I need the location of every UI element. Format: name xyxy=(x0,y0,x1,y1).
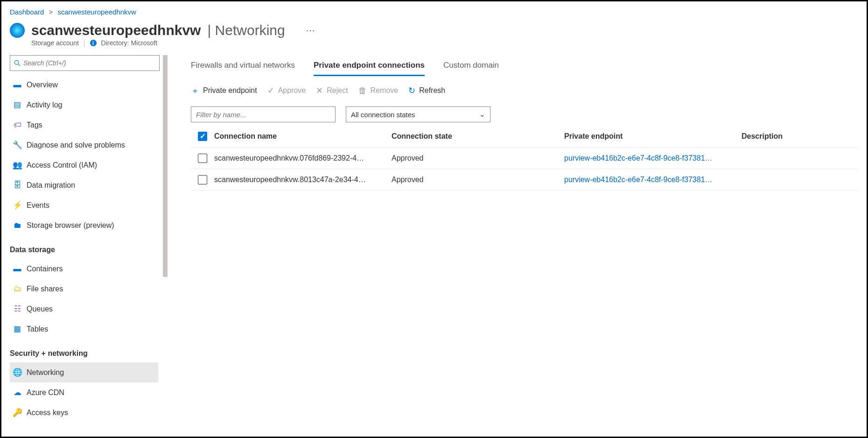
sidebar-item-label: Access Control (IAM) xyxy=(27,161,97,170)
toolbar: ＋Private endpoint ✓Approve ✕Reject 🗑Remo… xyxy=(191,85,858,96)
activity-log-icon: ▤ xyxy=(13,100,22,110)
sidebar-item-label: Access keys xyxy=(27,409,68,417)
directory-label: Directory: Microsoft xyxy=(101,39,158,47)
select-all-checkbox[interactable]: ✓ xyxy=(198,132,207,141)
tab-private-endpoint[interactable]: Private endpoint connections xyxy=(314,57,425,76)
sidebar-item-label: Events xyxy=(27,201,49,210)
blade-title: | Networking xyxy=(207,22,285,38)
row-checkbox[interactable] xyxy=(198,154,207,163)
sidebar-item-diagnose[interactable]: 🔧Diagnose and solve problems xyxy=(10,135,158,155)
sidebar-item-label: Containers xyxy=(27,265,63,273)
tags-icon: 🏷 xyxy=(13,120,22,130)
cell-private-endpoint-link[interactable]: purview-eb416b2c-e6e7-4c8f-9ce8-f37381… xyxy=(564,176,713,184)
svg-line-1 xyxy=(18,64,20,66)
table-row[interactable]: scanwesteuropeedhnkvw.8013c47a-2e34-4… A… xyxy=(191,169,858,191)
cell-connection-state: Approved xyxy=(392,154,564,162)
refresh-button[interactable]: ↻Refresh xyxy=(408,85,445,96)
sidebar-item-label: Tags xyxy=(27,121,42,129)
col-header-private-endpoint[interactable]: Private endpoint xyxy=(564,132,742,141)
chevron-down-icon: ⌄ xyxy=(479,110,485,119)
x-icon: ✕ xyxy=(316,85,323,96)
sidebar-item-queues[interactable]: ☷Queues xyxy=(10,299,158,319)
sidebar-section-data-storage: Data storage xyxy=(10,235,158,259)
file-shares-icon: 🗂 xyxy=(13,284,22,294)
filter-name-input[interactable] xyxy=(196,111,330,119)
sidebar-item-label: Queues xyxy=(27,305,53,313)
filter-connection-state[interactable]: All connection states⌄ xyxy=(346,106,490,122)
filter-select-label: All connection states xyxy=(351,111,415,119)
tabs: Firewalls and virtual networks Private e… xyxy=(191,57,858,77)
sidebar-item-networking[interactable]: 🌐Networking xyxy=(10,362,158,382)
overview-icon: ▬ xyxy=(13,80,22,90)
connections-table: ✓ Connection name Connection state Priva… xyxy=(191,125,858,191)
resource-subline: Storage account | i Directory: Microsoft xyxy=(10,39,858,47)
key-icon: 🔑 xyxy=(13,408,22,417)
trash-icon: 🗑 xyxy=(358,86,367,96)
sidebar: « ▬Overview ▤Activity log 🏷Tags 🔧Diagnos… xyxy=(10,55,168,437)
table-row[interactable]: scanwesteuropeedhnkvw.076fd869-2392-4… A… xyxy=(191,148,858,169)
sidebar-item-iam[interactable]: 👥Access Control (IAM) xyxy=(10,155,158,175)
button-label: Approve xyxy=(278,86,306,95)
filters-row: All connection states⌄ xyxy=(191,106,858,122)
breadcrumb-current[interactable]: scanwesteuropeedhnkvw xyxy=(58,8,136,16)
breadcrumb-root[interactable]: Dashboard xyxy=(10,8,44,16)
sidebar-item-label: Activity log xyxy=(27,101,62,109)
sidebar-scrollbar[interactable] xyxy=(163,55,168,437)
cdn-icon: ☁ xyxy=(13,388,22,397)
sidebar-item-label: Overview xyxy=(27,81,58,89)
networking-icon: 🌐 xyxy=(13,367,22,377)
col-header-description[interactable]: Description xyxy=(742,132,858,141)
sidebar-item-label: Azure CDN xyxy=(27,389,64,397)
sidebar-section-security: Security + networking xyxy=(10,339,158,362)
button-label: Remove xyxy=(371,86,399,95)
browser-icon: 🖿 xyxy=(13,221,22,230)
search-icon xyxy=(14,60,21,66)
svg-point-0 xyxy=(14,60,19,64)
plus-icon: ＋ xyxy=(191,85,199,96)
containers-icon: ▬ xyxy=(13,264,22,274)
remove-button: 🗑Remove xyxy=(358,86,399,96)
filter-by-name[interactable] xyxy=(191,106,336,122)
more-actions-icon[interactable]: ⋯ xyxy=(306,25,316,36)
diagnose-icon: 🔧 xyxy=(13,140,22,150)
sidebar-nav: ▬Overview ▤Activity log 🏷Tags 🔧Diagnose … xyxy=(10,75,168,437)
cell-private-endpoint-link[interactable]: purview-eb416b2c-e6e7-4c8f-9ce8-f37381… xyxy=(564,154,713,162)
sidebar-item-label: Data migration xyxy=(27,181,75,190)
add-private-endpoint-button[interactable]: ＋Private endpoint xyxy=(191,85,257,96)
breadcrumb: Dashboard > scanwesteuropeedhnkvw xyxy=(10,6,858,20)
refresh-icon: ↻ xyxy=(408,85,415,96)
info-icon[interactable]: i xyxy=(90,40,97,46)
col-header-state[interactable]: Connection state xyxy=(392,132,564,141)
sidebar-item-tags[interactable]: 🏷Tags xyxy=(10,115,158,135)
tab-custom-domain[interactable]: Custom domain xyxy=(443,57,499,76)
sidebar-item-azure-cdn[interactable]: ☁Azure CDN xyxy=(10,382,158,403)
tab-firewalls[interactable]: Firewalls and virtual networks xyxy=(191,57,295,76)
resource-type: Storage account xyxy=(31,39,79,47)
events-icon: ⚡ xyxy=(13,200,22,210)
button-label: Reject xyxy=(327,86,348,95)
queues-icon: ☷ xyxy=(13,304,22,314)
approve-button: ✓Approve xyxy=(267,85,306,96)
button-label: Refresh xyxy=(419,86,445,95)
sidebar-item-label: File shares xyxy=(27,285,63,293)
sidebar-item-events[interactable]: ⚡Events xyxy=(10,195,158,215)
main-content: Firewalls and virtual networks Private e… xyxy=(168,55,858,437)
cell-connection-state: Approved xyxy=(392,176,564,184)
search-input[interactable] xyxy=(23,59,155,67)
sidebar-item-activity-log[interactable]: ▤Activity log xyxy=(10,95,158,115)
sidebar-item-label: Tables xyxy=(27,325,48,333)
check-icon: ✓ xyxy=(267,85,274,96)
table-header: ✓ Connection name Connection state Priva… xyxy=(191,125,858,148)
row-checkbox[interactable] xyxy=(198,175,207,184)
sidebar-item-overview[interactable]: ▬Overview xyxy=(10,75,158,95)
iam-icon: 👥 xyxy=(13,160,22,170)
sidebar-item-migration[interactable]: 🗄Data migration xyxy=(10,175,158,195)
col-header-name[interactable]: Connection name xyxy=(214,132,392,141)
sidebar-item-label: Networking xyxy=(27,368,64,377)
sidebar-item-file-shares[interactable]: 🗂File shares xyxy=(10,279,158,299)
sidebar-item-access-keys[interactable]: 🔑Access keys xyxy=(10,403,158,423)
sidebar-item-containers[interactable]: ▬Containers xyxy=(10,259,158,279)
sidebar-item-tables[interactable]: ▦Tables xyxy=(10,319,158,339)
sidebar-item-storage-browser[interactable]: 🖿Storage browser (preview) xyxy=(10,215,158,235)
sidebar-search[interactable] xyxy=(10,55,160,71)
